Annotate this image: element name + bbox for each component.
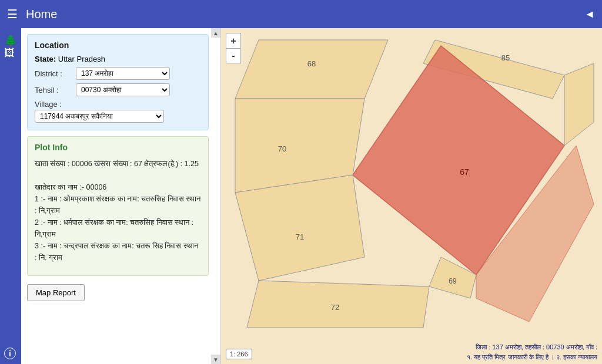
village-select[interactable]: 117944 अकबरपुर सकैनिया xyxy=(35,110,164,123)
menu-icon[interactable]: ☰ xyxy=(7,7,18,21)
svg-text:72: 72 xyxy=(331,303,339,312)
svg-text:70: 70 xyxy=(278,144,286,153)
plot-line1: खाता संख्या : 00006 खसरा संख्या : 67 क्ष… xyxy=(35,160,199,168)
svg-text:85: 85 xyxy=(501,53,510,62)
tehsil-row: Tehsil : 00730 अमरोहा xyxy=(35,83,201,96)
state-row: State: Uttar Pradesh xyxy=(35,55,201,63)
scroll-down-arrow[interactable]: ▼ xyxy=(211,355,220,364)
svg-marker-1 xyxy=(235,40,388,99)
scroll-up-arrow[interactable]: ▲ xyxy=(211,28,220,38)
info-icon[interactable]: i xyxy=(4,348,16,359)
svg-text:69: 69 xyxy=(449,277,457,285)
village-row: Village : 117944 अकबरपुर सकैनिया xyxy=(35,100,201,123)
app-header: ☰ Home ◄ xyxy=(0,0,602,28)
image-icon[interactable]: 🖼 xyxy=(4,47,17,59)
zoom-out-button[interactable]: - xyxy=(226,48,241,63)
tehsil-label: Tehsil : xyxy=(35,86,76,95)
map-svg: 68 85 67 70 71 69 72 xyxy=(221,28,602,364)
map-bottom-line2: १. यह प्रति मित्र जानकारी के लिए है । २.… xyxy=(467,352,597,362)
location-title: Location xyxy=(35,41,201,50)
sidebar-icons: 🌲 🖼 i xyxy=(0,28,21,364)
plot-line3: 1 :- नाम : ओमप्रकाश संरक्षक का नाम: चतरु… xyxy=(35,195,200,215)
district-select[interactable]: 137 अमरोहा xyxy=(76,67,170,80)
district-row: District : 137 अमरोहा xyxy=(35,67,201,80)
svg-text:71: 71 xyxy=(296,232,304,241)
scale-indicator: 1: 266 xyxy=(226,349,252,359)
header-title: Home xyxy=(26,8,584,21)
map-area[interactable]: + - 68 85 67 70 71 69 xyxy=(221,28,602,364)
state-value: Uttar Pradesh xyxy=(58,55,105,63)
plot-line2: खातेदार का नाम :- 00006 xyxy=(35,183,106,191)
main-content: 🌲 🖼 i ▲ Location State: Uttar Pradesh Di… xyxy=(0,28,602,364)
map-report-button[interactable]: Map Report xyxy=(27,284,85,301)
svg-text:68: 68 xyxy=(307,59,316,68)
district-label: District : xyxy=(35,69,76,78)
plot-line5: 3 :- नाम : चन्द्रपाल संरक्षक का नाम: चतर… xyxy=(35,242,198,262)
plot-info-text: खाता संख्या : 00006 खसरा संख्या : 67 क्ष… xyxy=(35,158,201,264)
map-bottom-line1: जिला : 137 अमरोहा, तहसील : 00730 अमरोहा,… xyxy=(467,342,597,352)
village-label: Village : xyxy=(35,100,201,109)
svg-text:67: 67 xyxy=(460,167,469,177)
zoom-controls: + - xyxy=(226,33,241,63)
plot-info-section: Plot Info खाता संख्या : 00006 खसरा संख्य… xyxy=(27,136,209,276)
tree-icon[interactable]: 🌲 xyxy=(4,34,17,47)
location-section: Location State: Uttar Pradesh District :… xyxy=(27,34,209,130)
zoom-in-button[interactable]: + xyxy=(226,33,241,48)
left-panel: ▲ Location State: Uttar Pradesh District… xyxy=(21,28,221,364)
map-bottom-text: जिला : 137 अमरोहा, तहसील : 00730 अमरोहा,… xyxy=(467,342,597,362)
plot-line4: 2 :- नाम : धर्मपाल संरक्षक का नाम: चतरुस… xyxy=(35,218,193,238)
tehsil-select[interactable]: 00730 अमरोहा xyxy=(76,83,170,96)
collapse-arrow-icon[interactable]: ◄ xyxy=(584,8,595,21)
state-label: State: xyxy=(35,55,56,63)
plot-info-title: Plot Info xyxy=(35,143,201,152)
